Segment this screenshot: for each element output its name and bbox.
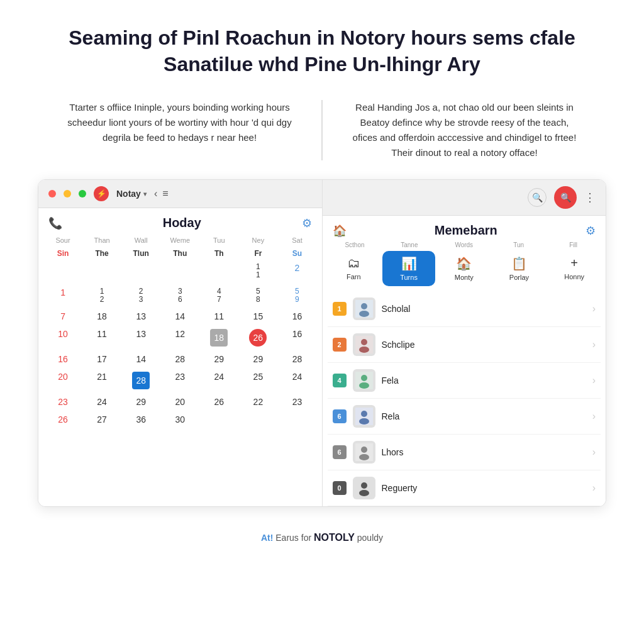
cal-cell[interactable]: 28 bbox=[160, 350, 199, 368]
svg-point-8 bbox=[359, 382, 369, 389]
cal-cell[interactable]: 11 bbox=[238, 259, 277, 283]
cal-cell[interactable]: 11 bbox=[82, 325, 121, 350]
item-name-reguerty: Reguerty bbox=[382, 483, 586, 493]
search-icon[interactable]: 🔍 bbox=[528, 188, 547, 207]
mem-gear-icon[interactable]: ⚙ bbox=[586, 224, 596, 238]
cal-cell[interactable]: 13 bbox=[121, 325, 160, 350]
cal-cell[interactable] bbox=[121, 259, 160, 283]
cal-cell[interactable]: 25 bbox=[238, 368, 277, 393]
page-title: Seaming of Pinl Roachun in Notory hours … bbox=[69, 25, 575, 77]
cal-cell[interactable]: 22 bbox=[238, 393, 277, 411]
cal-cell[interactable]: 26 bbox=[43, 411, 82, 428]
cal-cell[interactable]: 16 bbox=[43, 350, 82, 368]
cal-cell[interactable]: 36 bbox=[160, 284, 199, 308]
cal-cell[interactable] bbox=[43, 259, 82, 283]
cal-cell[interactable]: 24 bbox=[199, 368, 238, 393]
list-item[interactable]: 0 Reguerty › bbox=[328, 470, 601, 506]
cal-cell[interactable]: 29 bbox=[238, 350, 277, 368]
nav-back-icon[interactable]: ‹ bbox=[154, 188, 157, 199]
cal-cell[interactable]: 21 bbox=[82, 368, 121, 393]
item-name-fela: Fela bbox=[382, 375, 586, 386]
cal-cell[interactable]: 28 bbox=[277, 350, 316, 368]
tab-turns[interactable]: 📊 Turns bbox=[382, 251, 435, 286]
app-name[interactable]: Notay ▾ bbox=[116, 189, 147, 199]
cal-cell[interactable]: 29 bbox=[121, 393, 160, 411]
cal-cell[interactable] bbox=[277, 411, 316, 428]
footer-suffix: pouldy bbox=[357, 533, 383, 543]
list-item[interactable]: 4 Fela › bbox=[328, 363, 601, 399]
cal-cell[interactable]: 24 bbox=[277, 368, 316, 393]
cal-cell[interactable]: 58 bbox=[238, 284, 277, 308]
cal-cell[interactable]: 20 bbox=[160, 393, 199, 411]
cal-cell[interactable]: 23 bbox=[121, 284, 160, 308]
cal-cell[interactable]: 27 bbox=[82, 411, 121, 428]
cal-cell[interactable]: 47 bbox=[199, 284, 238, 308]
list-item[interactable]: 1 Scholal › bbox=[328, 291, 601, 327]
chevron-right-icon: › bbox=[592, 303, 596, 314]
cal-cell[interactable]: 18 bbox=[199, 325, 238, 350]
footer-at: At! bbox=[261, 533, 273, 543]
nav-arrows: ‹ ≡ bbox=[154, 188, 169, 199]
cal-cell[interactable]: 18 bbox=[82, 308, 121, 325]
avatar-fela bbox=[353, 369, 375, 392]
cal-cell[interactable]: 14 bbox=[160, 308, 199, 325]
more-icon[interactable]: ⋮ bbox=[584, 191, 596, 204]
cal-cell[interactable]: 10 bbox=[43, 325, 82, 350]
cal-grid: 11 2 1 12 23 36 47 58 59 7 18 13 14 11 1… bbox=[38, 259, 322, 433]
footer-earus: Earus for bbox=[275, 533, 314, 543]
cal-cell[interactable] bbox=[238, 411, 277, 428]
cal-cell[interactable]: 28 bbox=[121, 368, 160, 393]
cal-cell[interactable]: 12 bbox=[160, 325, 199, 350]
list-item[interactable]: 6 Rela › bbox=[328, 399, 601, 435]
cal-cell[interactable]: 26 bbox=[199, 393, 238, 411]
tab-farn[interactable]: 🗂 Farn bbox=[328, 251, 380, 286]
list-item[interactable]: 2 Schclipe › bbox=[328, 327, 601, 363]
cal-cell[interactable]: 15 bbox=[238, 308, 277, 325]
cal-month-title: Hoday bbox=[163, 216, 201, 230]
cal-cell[interactable]: 13 bbox=[121, 308, 160, 325]
chevron-down-icon: ▾ bbox=[143, 191, 147, 197]
cal-cell[interactable] bbox=[199, 259, 238, 283]
cal-cell[interactable]: 12 bbox=[82, 284, 121, 308]
red-search-button[interactable]: 🔍 bbox=[554, 186, 577, 209]
tab-monty[interactable]: 🏠 Monty bbox=[438, 251, 491, 286]
cal-cell[interactable] bbox=[199, 411, 238, 428]
cal-cell[interactable]: 59 bbox=[277, 284, 316, 308]
cal-cell[interactable] bbox=[160, 259, 199, 283]
tab-honny[interactable]: + Honny bbox=[548, 251, 601, 286]
monty-icon: 🏠 bbox=[456, 256, 472, 271]
cal-cell[interactable]: 30 bbox=[160, 411, 199, 428]
cal-cell[interactable]: 24 bbox=[82, 393, 121, 411]
svg-point-13 bbox=[361, 447, 367, 453]
cal-days-header-row1: Sour Than Wall Weme Tuu Ney Sat bbox=[38, 234, 322, 247]
desc-left: Ttarter s offiice Ininple, yours boindin… bbox=[38, 100, 323, 160]
cal-cell[interactable] bbox=[82, 259, 121, 283]
item-name-rela: Rela bbox=[382, 411, 586, 421]
cal-gear-icon[interactable]: ⚙ bbox=[302, 216, 312, 230]
cal-cell[interactable]: 14 bbox=[121, 350, 160, 368]
cal-cell[interactable]: 36 bbox=[121, 411, 160, 428]
cal-cell[interactable]: 23 bbox=[43, 393, 82, 411]
chevron-right-icon: › bbox=[592, 411, 596, 422]
nav-menu-icon[interactable]: ≡ bbox=[162, 188, 168, 199]
cal-cell[interactable]: 23 bbox=[277, 393, 316, 411]
cal-cell[interactable]: 16 bbox=[277, 308, 316, 325]
avatar-rela bbox=[353, 405, 375, 428]
chevron-right-icon: › bbox=[592, 339, 596, 350]
list-item[interactable]: 6 Lhors › bbox=[328, 435, 601, 470]
cal-cell[interactable]: 29 bbox=[199, 350, 238, 368]
dot-yellow bbox=[64, 190, 71, 197]
cal-cell[interactable]: 20 bbox=[43, 368, 82, 393]
cal-cell[interactable]: 23 bbox=[160, 368, 199, 393]
cal-cell[interactable]: 17 bbox=[82, 350, 121, 368]
cal-cell[interactable]: 16 bbox=[277, 325, 316, 350]
cal-cell[interactable]: 1 bbox=[43, 284, 82, 308]
mem-icon-row: 🗂 Farn 📊 Turns 🏠 Monty 📋 Porlay + Honny bbox=[323, 248, 606, 291]
cal-cell[interactable]: 2 bbox=[277, 259, 316, 283]
cal-cell[interactable]: 11 bbox=[199, 308, 238, 325]
badge-2: 2 bbox=[333, 338, 347, 352]
cal-cell[interactable]: 7 bbox=[43, 308, 82, 325]
cal-cell[interactable]: 26 bbox=[238, 325, 277, 350]
footer-brand: NOTOLY bbox=[314, 532, 355, 543]
tab-porlay[interactable]: 📋 Porlay bbox=[493, 251, 546, 286]
